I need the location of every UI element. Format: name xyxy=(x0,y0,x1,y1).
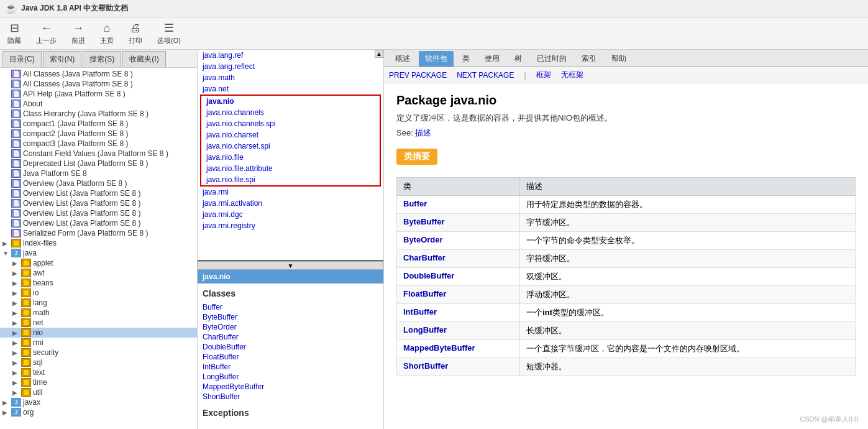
pkg-item-rmi[interactable]: java.rmi xyxy=(198,187,383,198)
class-link-intbuffer[interactable]: IntBuffer xyxy=(203,362,378,372)
pkg-item-niocharsetspi[interactable]: java.nio.charset.spi xyxy=(201,141,380,152)
toc-tab[interactable]: 目录(C) xyxy=(2,51,42,67)
class-link-charbuffer[interactable]: CharBuffer xyxy=(203,332,378,342)
tree-item-nio[interactable]: ▶ nio xyxy=(0,328,197,338)
tree-item-util[interactable]: ▶ util xyxy=(0,387,197,397)
tree-item-overview[interactable]: 📄 Overview (Java Platform SE 8 ) xyxy=(0,178,197,188)
class-name-link[interactable]: FloatBuffer xyxy=(403,289,446,298)
tree-item-serialized[interactable]: 📄 Serialized Form (Java Platform SE 8 ) xyxy=(0,228,197,238)
tree-item-about[interactable]: 📄 About xyxy=(0,99,197,109)
tree-item-javapse8[interactable]: 📄 Java Platform SE 8 xyxy=(0,168,197,178)
book-icon: 📄 xyxy=(11,209,21,218)
class-link-buffer[interactable]: Buffer xyxy=(203,302,378,312)
tree-item-text[interactable]: ▶ text xyxy=(0,367,197,377)
forward-button[interactable]: → 前进 xyxy=(69,21,88,47)
pkg-item-net[interactable]: java.net xyxy=(198,83,383,95)
scroll-up-button[interactable]: ▲ xyxy=(375,50,383,58)
pkg-icon xyxy=(21,378,31,387)
tree-item-org[interactable]: ▶ J org xyxy=(0,407,197,417)
print-button[interactable]: 🖨 打印 xyxy=(126,21,145,47)
pkg-item-rmiact[interactable]: java.rmi.activation xyxy=(198,198,383,209)
tab-index[interactable]: 索引 xyxy=(575,51,603,67)
tree-item-apihelp[interactable]: 📄 API Help (Java Platform SE 8 ) xyxy=(0,89,197,99)
pkg-item-langreflect[interactable]: java.lang.reflect xyxy=(198,61,383,72)
tree-item-net[interactable]: ▶ net xyxy=(0,318,197,328)
tree-item-ovlist3[interactable]: 📄 Overview List (Java Platform SE 8 ) xyxy=(0,208,197,218)
back-button[interactable]: ← 上一步 xyxy=(34,21,59,47)
class-desc-cell: 长缓冲区。 xyxy=(520,322,856,340)
noframe-link[interactable]: 无框架 xyxy=(561,70,583,80)
class-link-doublebuffer[interactable]: DoubleBuffer xyxy=(203,342,378,352)
home-button[interactable]: ⌂ 主页 xyxy=(98,21,116,47)
tree-item-allclasses2[interactable]: 📄 All Classes (Java Platform SE 8 ) xyxy=(0,79,197,89)
class-name-link[interactable]: ByteBuffer xyxy=(403,217,444,226)
class-link-mappedbytebuffer[interactable]: MappedByteBuffer xyxy=(203,382,378,392)
tree-item-constfields[interactable]: 📄 Constant Field Values (Java Platform S… xyxy=(0,149,197,159)
tree-item-time[interactable]: ▶ time xyxy=(0,377,197,387)
pkg-item-rmireg[interactable]: java.rmi.registry xyxy=(198,220,383,231)
class-name-link[interactable]: ShortBuffer xyxy=(403,361,448,371)
tree-item-beans[interactable]: ▶ beans xyxy=(0,278,197,288)
see-link[interactable]: 描述 xyxy=(415,128,431,137)
pkg-item-niofileattr[interactable]: java.nio.file.attribute xyxy=(201,163,380,174)
tree-item-compact2[interactable]: 📄 compact2 (Java Platform SE 8 ) xyxy=(0,129,197,139)
tree-item-java[interactable]: ▼ J java xyxy=(0,248,197,258)
class-name-link[interactable]: IntBuffer xyxy=(403,307,437,316)
tab-deprecated[interactable]: 已过时的 xyxy=(531,51,573,67)
tree-item-compact3[interactable]: 📄 compact3 (Java Platform SE 8 ) xyxy=(0,139,197,149)
options-button[interactable]: ☰ 选项(O) xyxy=(155,20,183,47)
tree-item-awt[interactable]: ▶ awt xyxy=(0,268,197,278)
class-name-link[interactable]: MappedByteBuffer xyxy=(403,343,475,353)
pkg-item-niochannels[interactable]: java.nio.channels xyxy=(201,107,380,118)
pkg-item-niofile[interactable]: java.nio.file xyxy=(201,152,380,163)
tree-item-io[interactable]: ▶ io xyxy=(0,288,197,298)
class-name-link[interactable]: DoubleBuffer xyxy=(403,271,454,280)
prev-package-link[interactable]: PREV PACKAGE xyxy=(389,71,447,80)
class-link-bytebuffer[interactable]: ByteBuffer xyxy=(203,312,378,322)
pkg-item-rmidgc[interactable]: java.rmi.dgc xyxy=(198,209,383,220)
tab-tree[interactable]: 树 xyxy=(508,51,528,67)
class-name-link[interactable]: ByteOrder xyxy=(403,235,443,244)
tree-item-ovlist4[interactable]: 📄 Overview List (Java Platform SE 8 ) xyxy=(0,218,197,228)
tree-item-compact1[interactable]: 📄 compact1 (Java Platform SE 8 ) xyxy=(0,119,197,129)
class-name-link[interactable]: Buffer xyxy=(403,199,427,208)
tree-item-rmi[interactable]: ▶ rmi xyxy=(0,338,197,348)
search-tab[interactable]: 搜索(S) xyxy=(83,51,121,67)
tree-item-security[interactable]: ▶ security xyxy=(0,348,197,358)
tree-item-sql[interactable]: ▶ sql xyxy=(0,358,197,367)
pkg-item-niochannelsspi[interactable]: java.nio.channels.spi xyxy=(201,118,380,129)
class-link-shortbuffer[interactable]: ShortBuffer xyxy=(203,392,378,402)
class-link-floatbuffer[interactable]: FloatBuffer xyxy=(203,352,378,362)
tree-item-classhier[interactable]: 📄 Class Hierarchy (Java Platform SE 8 ) xyxy=(0,109,197,119)
tree-item-lang[interactable]: ▶ lang xyxy=(0,298,197,308)
index-tab[interactable]: 索引(N) xyxy=(43,51,82,67)
pkg-item-niofilespi[interactable]: java.nio.file.spi xyxy=(201,174,380,185)
tree-item-applet[interactable]: ▶ applet xyxy=(0,258,197,268)
pkg-item-langref[interactable]: java.lang.ref xyxy=(198,50,383,61)
tree-item-javax[interactable]: ▶ J javax xyxy=(0,397,197,407)
tree-item-indexfiles[interactable]: ▶ index-files xyxy=(0,238,197,248)
favorites-tab[interactable]: 收藏夹(I) xyxy=(122,51,165,67)
pkg-item-math[interactable]: java.math xyxy=(198,72,383,83)
tree-item-ovlist1[interactable]: 📄 Overview List (Java Platform SE 8 ) xyxy=(0,188,197,198)
next-package-link[interactable]: NEXT PACKAGE xyxy=(457,71,514,80)
tab-use[interactable]: 使用 xyxy=(478,51,506,67)
tab-overview[interactable]: 概述 xyxy=(389,51,416,67)
hide-button[interactable]: ⊟ 隐藏 xyxy=(5,20,24,47)
tab-class[interactable]: 类 xyxy=(456,51,476,67)
class-link-longbuffer[interactable]: LongBuffer xyxy=(203,372,378,382)
tab-help[interactable]: 帮助 xyxy=(605,51,633,67)
class-name-link[interactable]: LongBuffer xyxy=(403,325,447,334)
pkg-item-niocharset[interactable]: java.nio.charset xyxy=(201,129,380,141)
scroll-down-button[interactable]: ▼ xyxy=(198,261,383,270)
tree-item-deprecated[interactable]: 📄 Deprecated List (Java Platform SE 8 ) xyxy=(0,159,197,168)
book-icon: 📄 xyxy=(11,99,21,108)
tree-item-math[interactable]: ▶ math xyxy=(0,308,197,318)
tree-item-ovlist2[interactable]: 📄 Overview List (Java Platform SE 8 ) xyxy=(0,198,197,208)
frame-link[interactable]: 框架 xyxy=(536,70,551,80)
pkg-item-nio[interactable]: java.nio xyxy=(201,96,380,107)
class-name-link[interactable]: CharBuffer xyxy=(403,253,445,262)
class-link-byteorder[interactable]: ByteOrder xyxy=(203,322,378,332)
tree-item-allclasses1[interactable]: 📄 All Classes (Java Platform SE 8 ) xyxy=(0,69,197,79)
tab-package[interactable]: 软件包 xyxy=(419,51,454,67)
